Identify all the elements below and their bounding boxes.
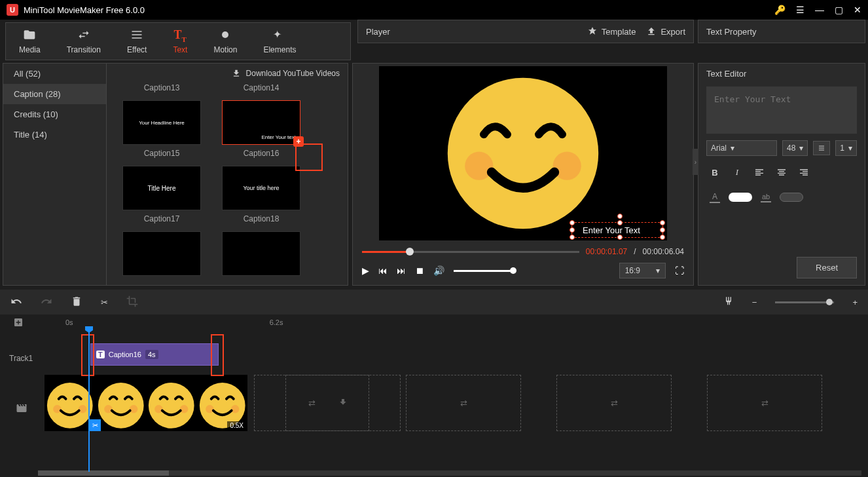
drop-zone-5[interactable]: ⇄ [707, 375, 822, 431]
main-toolbar: Media Transition Effect TT Text Motion ✦… [5, 22, 351, 60]
time-total: 00:00:06.04 [643, 247, 684, 256]
timeline-ruler[interactable]: 0s 6.2s [0, 315, 868, 330]
align-center-button[interactable] [773, 164, 790, 181]
delete-button[interactable] [71, 296, 82, 309]
text-icon: TT [173, 28, 187, 41]
library-panel: All (52) Caption (28) Credits (10) Title… [3, 63, 348, 286]
thumb-label-18: Caption18 [244, 214, 280, 223]
toolbar-elements[interactable]: ✦ Elements [250, 23, 309, 60]
zoom-out-button[interactable]: − [752, 297, 757, 307]
thumb-caption16[interactable]: Enter Your text + [222, 100, 300, 145]
zoom-slider[interactable] [775, 301, 834, 303]
text-selection-box[interactable]: Enter Your Text [571, 222, 663, 238]
time-sep: / [634, 247, 636, 256]
crop-button[interactable] [126, 296, 138, 309]
player-view[interactable]: Enter Your Text [379, 66, 667, 240]
export-button[interactable]: Export [646, 26, 685, 37]
ruler-0s: 0s [65, 318, 73, 326]
chevron-down-icon: ▾ [799, 143, 803, 153]
playback-slider[interactable] [362, 251, 579, 253]
timeline-toolbar: ✂ − + [0, 290, 868, 315]
toolbar-transition-label: Transition [67, 45, 101, 54]
toolbar-effect-label: Effect [127, 45, 147, 54]
redo-button[interactable] [41, 296, 52, 309]
align-right-button[interactable] [795, 164, 812, 181]
toolbar-text-label: Text [173, 45, 187, 54]
fullscreen-button[interactable]: ⛶ [675, 265, 684, 276]
toolbar-effect[interactable]: Effect [114, 23, 160, 60]
property-header: Text Property [698, 20, 865, 43]
font-color-swatch[interactable] [729, 193, 752, 202]
italic-button[interactable]: I [729, 164, 746, 181]
track1-label: Track1 [9, 354, 33, 363]
reset-button[interactable]: Reset [797, 257, 857, 278]
volume-icon[interactable]: 🔊 [433, 265, 444, 276]
stop-button[interactable]: ⏹ [415, 265, 424, 276]
highlight-button[interactable]: ab [757, 189, 774, 206]
caption-clip[interactable]: T Caption16 4s [90, 343, 219, 366]
playhead[interactable] [88, 328, 90, 472]
undo-button[interactable] [10, 296, 22, 309]
sidebar-title[interactable]: Title (14) [3, 124, 106, 145]
thumb-caption17[interactable]: Title Here [122, 166, 201, 210]
scissors-badge[interactable]: ✂ [89, 419, 101, 431]
toolbar-text[interactable]: TT Text [160, 23, 200, 60]
toolbar-motion-label: Motion [213, 45, 237, 54]
thumb-caption19[interactable] [122, 231, 201, 276]
sidebar-caption[interactable]: Caption (28) [3, 84, 106, 104]
export-label: Export [660, 27, 685, 37]
highlight-color-swatch[interactable] [780, 193, 803, 202]
clip-right-handle[interactable] [211, 334, 224, 376]
close-button[interactable]: ✕ [854, 5, 861, 15]
key-icon[interactable]: 🔑 [774, 5, 786, 15]
sidebar-all[interactable]: All (52) [3, 64, 106, 84]
minimize-button[interactable]: ― [815, 5, 824, 15]
thumb-label-17: Caption17 [144, 214, 180, 223]
thumb-caption18[interactable]: Your title here [222, 166, 300, 210]
template-button[interactable]: Template [587, 26, 636, 37]
clip-left-handle[interactable] [81, 334, 94, 376]
timeline-scrollbar[interactable] [38, 470, 861, 476]
lineheight-select[interactable]: 1▾ [835, 140, 857, 156]
font-color-button[interactable]: A [706, 189, 723, 206]
add-track-icon[interactable] [13, 317, 24, 328]
drop-zone-2[interactable] [285, 375, 401, 431]
text-input[interactable] [706, 86, 857, 134]
collapse-tab[interactable]: › [693, 149, 698, 175]
snap-button[interactable] [723, 296, 734, 309]
player-title: Player [366, 27, 390, 37]
toolbar-media[interactable]: Media [6, 23, 54, 60]
font-select[interactable]: Arial▾ [706, 140, 777, 156]
download-videos-button[interactable]: Download YouTube Videos [107, 64, 348, 83]
maximize-button[interactable]: ▢ [835, 5, 843, 15]
size-select[interactable]: 48▾ [782, 140, 808, 156]
add-highlight-box [295, 143, 323, 171]
volume-slider[interactable] [454, 270, 513, 272]
toolbar-motion[interactable]: Motion [200, 23, 250, 60]
bold-button[interactable]: B [706, 164, 723, 181]
sidebar-credits[interactable]: Credits (10) [3, 104, 106, 124]
svg-point-4 [47, 383, 93, 429]
next-button[interactable]: ⏭ [397, 265, 406, 276]
chevron-down-icon: ▾ [731, 143, 734, 153]
thumb-caption15[interactable]: Your Headline Here [122, 100, 201, 145]
aspect-select[interactable]: 16:9 ▾ [619, 263, 666, 278]
split-button[interactable]: ✂ [101, 297, 108, 307]
drop-zone-4[interactable]: ⇄ [556, 375, 672, 431]
time-current: 00:00:01.07 [586, 247, 627, 256]
menu-icon[interactable]: ☰ [796, 5, 805, 15]
thumb-label-16: Caption16 [244, 149, 280, 158]
svg-point-5 [53, 405, 61, 413]
svg-point-6 [79, 405, 86, 413]
toolbar-transition[interactable]: Transition [54, 23, 114, 60]
video-clip[interactable]: 0.5X ✂ [45, 375, 247, 431]
play-button[interactable]: ▶ [362, 265, 369, 276]
text-editor-label: Text Editor [698, 64, 865, 84]
thumb-caption20[interactable] [222, 231, 300, 276]
lineheight-button[interactable] [813, 141, 830, 155]
zoom-in-button[interactable]: + [852, 297, 858, 307]
align-left-button[interactable] [751, 164, 768, 181]
download-label: Download YouTube Videos [246, 69, 340, 78]
drop-zone-3[interactable]: ⇄ [406, 375, 521, 431]
prev-button[interactable]: ⏮ [378, 265, 388, 276]
